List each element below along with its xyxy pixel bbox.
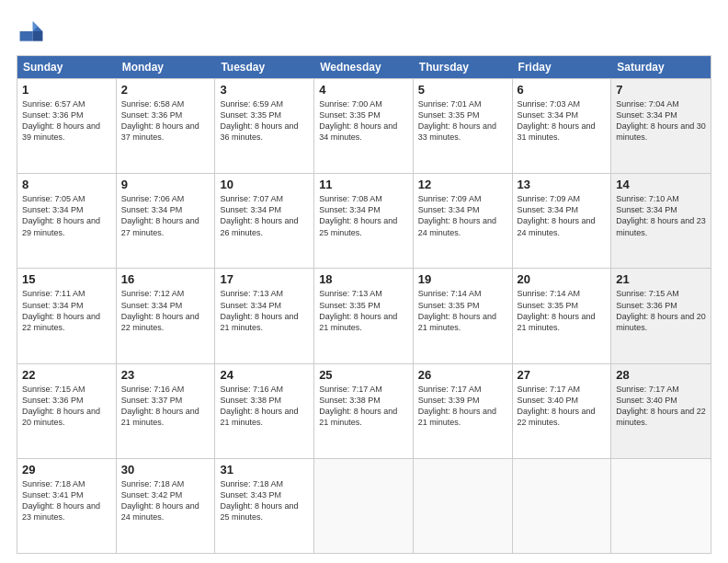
cal-cell: 29Sunrise: 7:18 AMSunset: 3:41 PMDayligh…: [17, 459, 117, 553]
day-number: 28: [616, 368, 706, 382]
cell-text: Sunrise: 7:13 AMSunset: 3:35 PMDaylight:…: [319, 288, 408, 333]
cal-cell: 4Sunrise: 7:00 AMSunset: 3:35 PMDaylight…: [314, 79, 414, 173]
cal-cell: 30Sunrise: 7:18 AMSunset: 3:42 PMDayligh…: [117, 459, 216, 553]
day-number: 4: [319, 83, 408, 97]
day-number: 1: [22, 83, 111, 97]
cal-cell: 14Sunrise: 7:10 AMSunset: 3:34 PMDayligh…: [611, 174, 711, 268]
cell-text: Sunrise: 7:17 AMSunset: 3:39 PMDaylight:…: [418, 384, 507, 429]
logo-icon: [17, 17, 46, 46]
logo: [17, 17, 50, 46]
day-number: 2: [121, 83, 210, 97]
cell-text: Sunrise: 7:01 AMSunset: 3:35 PMDaylight:…: [418, 98, 507, 144]
day-number: 29: [22, 463, 111, 477]
day-number: 24: [220, 368, 309, 382]
cell-text: Sunrise: 7:16 AMSunset: 3:37 PMDaylight:…: [121, 384, 210, 429]
cell-text: Sunrise: 7:15 AMSunset: 3:36 PMDaylight:…: [22, 384, 111, 429]
cell-text: Sunrise: 7:04 AMSunset: 3:34 PMDaylight:…: [616, 98, 706, 144]
cell-text: Sunrise: 7:09 AMSunset: 3:34 PMDaylight:…: [418, 193, 507, 238]
cal-cell: 12Sunrise: 7:09 AMSunset: 3:34 PMDayligh…: [414, 174, 513, 268]
cell-text: Sunrise: 7:18 AMSunset: 3:41 PMDaylight:…: [22, 478, 111, 523]
cell-text: Sunrise: 7:08 AMSunset: 3:34 PMDaylight:…: [319, 193, 408, 238]
cell-text: Sunrise: 7:15 AMSunset: 3:36 PMDaylight:…: [616, 288, 706, 333]
day-header-friday: Friday: [513, 56, 612, 78]
page: SundayMondayTuesdayWednesdayThursdayFrid…: [0, 0, 728, 563]
cal-cell: 2Sunrise: 6:58 AMSunset: 3:36 PMDaylight…: [117, 79, 216, 173]
cell-text: Sunrise: 7:17 AMSunset: 3:40 PMDaylight:…: [616, 384, 706, 429]
cell-text: Sunrise: 7:14 AMSunset: 3:35 PMDaylight:…: [418, 288, 507, 333]
cell-text: Sunrise: 6:58 AMSunset: 3:36 PMDaylight:…: [121, 98, 210, 144]
day-number: 3: [220, 83, 309, 97]
day-header-wednesday: Wednesday: [314, 56, 414, 78]
week-row-2: 8Sunrise: 7:05 AMSunset: 3:34 PMDaylight…: [17, 173, 711, 268]
day-number: 5: [418, 83, 507, 97]
cell-text: Sunrise: 7:05 AMSunset: 3:34 PMDaylight:…: [22, 193, 111, 238]
cell-text: Sunrise: 7:13 AMSunset: 3:34 PMDaylight:…: [220, 288, 309, 333]
day-number: 18: [319, 272, 408, 286]
week-row-5: 29Sunrise: 7:18 AMSunset: 3:41 PMDayligh…: [17, 458, 711, 553]
calendar: SundayMondayTuesdayWednesdayThursdayFrid…: [17, 55, 711, 554]
day-number: 10: [220, 178, 309, 191]
cell-text: Sunrise: 7:16 AMSunset: 3:38 PMDaylight:…: [220, 384, 309, 429]
day-number: 12: [418, 178, 507, 191]
day-number: 8: [22, 178, 111, 191]
day-number: 27: [518, 368, 607, 382]
cal-cell: 19Sunrise: 7:14 AMSunset: 3:35 PMDayligh…: [414, 269, 513, 362]
cal-cell: 25Sunrise: 7:17 AMSunset: 3:38 PMDayligh…: [314, 364, 414, 458]
cal-cell: 21Sunrise: 7:15 AMSunset: 3:36 PMDayligh…: [611, 269, 711, 362]
header: [17, 17, 711, 46]
cal-cell: 16Sunrise: 7:12 AMSunset: 3:34 PMDayligh…: [117, 269, 216, 362]
cal-cell: 7Sunrise: 7:04 AMSunset: 3:34 PMDaylight…: [611, 79, 711, 173]
cal-cell: 18Sunrise: 7:13 AMSunset: 3:35 PMDayligh…: [314, 269, 414, 362]
cell-text: Sunrise: 7:06 AMSunset: 3:34 PMDaylight:…: [121, 193, 210, 238]
cal-cell: 3Sunrise: 6:59 AMSunset: 3:35 PMDaylight…: [215, 79, 314, 173]
cell-text: Sunrise: 7:17 AMSunset: 3:40 PMDaylight:…: [518, 384, 607, 429]
day-header-monday: Monday: [117, 56, 216, 78]
cal-cell: 26Sunrise: 7:17 AMSunset: 3:39 PMDayligh…: [414, 364, 513, 458]
cal-cell: 24Sunrise: 7:16 AMSunset: 3:38 PMDayligh…: [215, 364, 314, 458]
day-number: 15: [22, 272, 111, 286]
cell-text: Sunrise: 6:57 AMSunset: 3:36 PMDaylight:…: [22, 98, 111, 144]
cal-cell: 8Sunrise: 7:05 AMSunset: 3:34 PMDaylight…: [17, 174, 117, 268]
day-number: 25: [319, 368, 408, 382]
svg-rect-3: [20, 31, 33, 41]
day-number: 14: [616, 178, 706, 191]
day-number: 21: [616, 272, 706, 286]
cal-cell: 27Sunrise: 7:17 AMSunset: 3:40 PMDayligh…: [513, 364, 612, 458]
day-number: 31: [220, 463, 309, 477]
day-number: 16: [121, 272, 210, 286]
cal-cell: 17Sunrise: 7:13 AMSunset: 3:34 PMDayligh…: [215, 269, 314, 362]
cal-cell: 13Sunrise: 7:09 AMSunset: 3:34 PMDayligh…: [513, 174, 612, 268]
day-header-tuesday: Tuesday: [215, 56, 314, 78]
cal-cell: [314, 459, 414, 553]
cell-text: Sunrise: 7:07 AMSunset: 3:34 PMDaylight:…: [220, 193, 309, 238]
day-number: 7: [616, 83, 706, 97]
cell-text: Sunrise: 7:18 AMSunset: 3:42 PMDaylight:…: [121, 478, 210, 523]
cal-cell: 31Sunrise: 7:18 AMSunset: 3:43 PMDayligh…: [215, 459, 314, 553]
day-header-sunday: Sunday: [17, 56, 117, 78]
day-number: 9: [121, 178, 210, 191]
week-row-4: 22Sunrise: 7:15 AMSunset: 3:36 PMDayligh…: [17, 363, 711, 458]
day-header-saturday: Saturday: [611, 56, 711, 78]
cell-text: Sunrise: 7:03 AMSunset: 3:34 PMDaylight:…: [518, 98, 607, 144]
day-number: 17: [220, 272, 309, 286]
cell-text: Sunrise: 7:17 AMSunset: 3:38 PMDaylight:…: [319, 384, 408, 429]
day-number: 30: [121, 463, 210, 477]
calendar-header: SundayMondayTuesdayWednesdayThursdayFrid…: [17, 56, 711, 78]
cal-cell: 23Sunrise: 7:16 AMSunset: 3:37 PMDayligh…: [117, 364, 216, 458]
cal-cell: 28Sunrise: 7:17 AMSunset: 3:40 PMDayligh…: [611, 364, 711, 458]
cal-cell: 1Sunrise: 6:57 AMSunset: 3:36 PMDaylight…: [17, 79, 117, 173]
cell-text: Sunrise: 6:59 AMSunset: 3:35 PMDaylight:…: [220, 98, 309, 144]
day-number: 22: [22, 368, 111, 382]
day-header-thursday: Thursday: [414, 56, 513, 78]
cal-cell: 6Sunrise: 7:03 AMSunset: 3:34 PMDaylight…: [513, 79, 612, 173]
week-row-1: 1Sunrise: 6:57 AMSunset: 3:36 PMDaylight…: [17, 78, 711, 173]
cal-cell: 10Sunrise: 7:07 AMSunset: 3:34 PMDayligh…: [215, 174, 314, 268]
day-number: 6: [518, 83, 607, 97]
cal-cell: [611, 459, 711, 553]
day-number: 23: [121, 368, 210, 382]
week-row-3: 15Sunrise: 7:11 AMSunset: 3:34 PMDayligh…: [17, 268, 711, 362]
cal-cell: 20Sunrise: 7:14 AMSunset: 3:35 PMDayligh…: [513, 269, 612, 362]
cal-cell: [513, 459, 612, 553]
cal-cell: 22Sunrise: 7:15 AMSunset: 3:36 PMDayligh…: [17, 364, 117, 458]
cell-text: Sunrise: 7:11 AMSunset: 3:34 PMDaylight:…: [22, 288, 111, 333]
